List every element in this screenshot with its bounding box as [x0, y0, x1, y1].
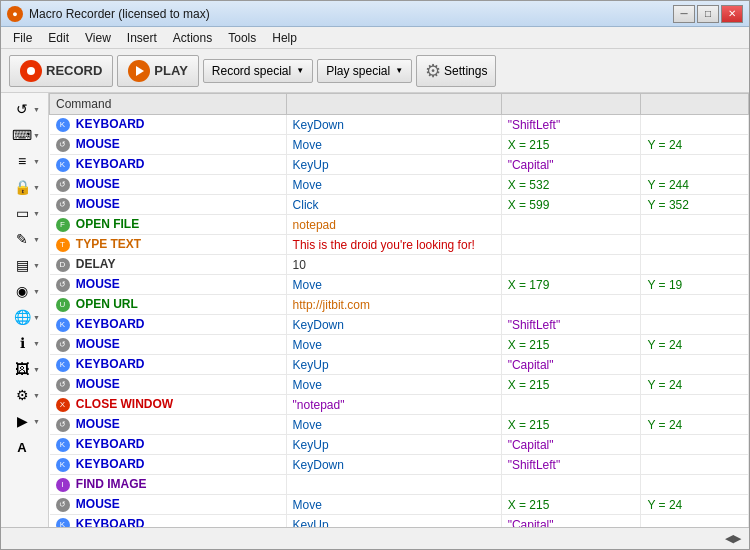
app-icon: ● — [7, 6, 23, 22]
sidebar-item-list[interactable]: ≡ ▼ — [3, 149, 41, 173]
col3-cell — [501, 235, 641, 255]
cmd-icon: K — [56, 318, 70, 332]
cmd-icon: T — [56, 238, 70, 252]
sidebar-item-lock[interactable]: 🔒 ▼ — [3, 175, 41, 199]
table-area[interactable]: Command K KEYBOARD KeyDown "ShiftLeft" ↺… — [49, 93, 749, 527]
settings-button[interactable]: ⚙ Settings — [416, 55, 496, 87]
col3-cell: "ShiftLeft" — [501, 315, 641, 335]
table-row[interactable]: ↺ MOUSE Click X = 599 Y = 352 — [50, 195, 749, 215]
status-bar: ◀▶ — [1, 527, 749, 549]
col4-cell: Y = 244 — [641, 175, 749, 195]
table-row[interactable]: K KEYBOARD KeyUp "Capital" — [50, 355, 749, 375]
main-content: ↺ ▼ ⌨ ▼ ≡ ▼ 🔒 ▼ ▭ ▼ ✎ ▼ — [1, 93, 749, 527]
sidebar-arrow-screen: ▼ — [33, 262, 40, 269]
cmd-icon: ↺ — [56, 278, 70, 292]
table-row[interactable]: D DELAY 10 — [50, 255, 749, 275]
sidebar-item-window[interactable]: ▭ ▼ — [3, 201, 41, 225]
menu-actions[interactable]: Actions — [165, 29, 220, 47]
close-button[interactable]: ✕ — [721, 5, 743, 23]
cmd-label: DELAY — [76, 257, 116, 271]
play-special-label: Play special — [326, 64, 390, 78]
play-special-button[interactable]: Play special ▼ — [317, 59, 412, 83]
cmd-cell: ↺ MOUSE — [50, 175, 287, 195]
col4-cell — [641, 115, 749, 135]
menu-view[interactable]: View — [77, 29, 119, 47]
sidebar-item-web[interactable]: 🌐 ▼ — [3, 305, 41, 329]
sidebar: ↺ ▼ ⌨ ▼ ≡ ▼ 🔒 ▼ ▭ ▼ ✎ ▼ — [1, 93, 49, 527]
col3-cell — [501, 475, 641, 495]
col3-cell: X = 215 — [501, 495, 641, 515]
cmd-label: MOUSE — [76, 377, 120, 391]
cmd-cell: K KEYBOARD — [50, 435, 287, 455]
cmd-icon: K — [56, 438, 70, 452]
cmd-icon: D — [56, 258, 70, 272]
record-button[interactable]: RECORD — [9, 55, 113, 87]
col3-cell — [501, 295, 641, 315]
sidebar-item-image[interactable]: 🖼 ▼ — [3, 357, 41, 381]
col2-cell: Move — [286, 415, 501, 435]
cmd-icon: ↺ — [56, 338, 70, 352]
col3-cell — [501, 395, 641, 415]
table-row[interactable]: ↺ MOUSE Move X = 215 Y = 24 — [50, 335, 749, 355]
menu-tools[interactable]: Tools — [220, 29, 264, 47]
maximize-button[interactable]: □ — [697, 5, 719, 23]
col2-cell: http://jitbit.com — [286, 295, 501, 315]
sidebar-item-keyboard[interactable]: ⌨ ▼ — [3, 123, 41, 147]
table-row[interactable]: T TYPE TEXT This is the droid you're loo… — [50, 235, 749, 255]
toolbar: RECORD PLAY Record special ▼ Play specia… — [1, 49, 749, 93]
cmd-cell: D DELAY — [50, 255, 287, 275]
sidebar-item-edit[interactable]: ✎ ▼ — [3, 227, 41, 251]
cmd-label: MOUSE — [76, 417, 120, 431]
cmd-icon: ↺ — [56, 178, 70, 192]
cmd-label: KEYBOARD — [76, 457, 145, 471]
play-triangle — [136, 66, 144, 76]
cmd-cell: ↺ MOUSE — [50, 335, 287, 355]
minimize-button[interactable]: ─ — [673, 5, 695, 23]
cmd-label: OPEN URL — [76, 297, 138, 311]
col4-cell — [641, 215, 749, 235]
sidebar-item-play[interactable]: ▶ ▼ — [3, 409, 41, 433]
sidebar-item-info[interactable]: ℹ ▼ — [3, 331, 41, 355]
menu-edit[interactable]: Edit — [40, 29, 77, 47]
col3-cell: X = 215 — [501, 415, 641, 435]
table-row[interactable]: X CLOSE WINDOW "notepad" — [50, 395, 749, 415]
table-row[interactable]: K KEYBOARD KeyUp "Capital" — [50, 435, 749, 455]
col4-cell: Y = 352 — [641, 195, 749, 215]
table-row[interactable]: ↺ MOUSE Move X = 215 Y = 24 — [50, 375, 749, 395]
sidebar-item-text[interactable]: A — [3, 435, 41, 459]
table-row[interactable]: ↺ MOUSE Move X = 215 Y = 24 — [50, 495, 749, 515]
table-row[interactable]: ↺ MOUSE Move X = 215 Y = 24 — [50, 415, 749, 435]
menu-help[interactable]: Help — [264, 29, 305, 47]
table-row[interactable]: F OPEN FILE notepad — [50, 215, 749, 235]
sidebar-arrow-keyboard: ▼ — [33, 132, 40, 139]
table-row[interactable]: U OPEN URL http://jitbit.com — [50, 295, 749, 315]
menu-insert[interactable]: Insert — [119, 29, 165, 47]
keyboard-icon: ⌨ — [12, 127, 32, 143]
sidebar-item-record[interactable]: ◉ ▼ — [3, 279, 41, 303]
col4-cell — [641, 435, 749, 455]
cmd-label: MOUSE — [76, 137, 120, 151]
title-bar: ● Macro Recorder (licensed to max) ─ □ ✕ — [1, 1, 749, 27]
sidebar-arrow-settings: ▼ — [33, 392, 40, 399]
settings-icon: ⚙ — [16, 387, 29, 403]
edit-icon: ✎ — [16, 231, 28, 247]
table-row[interactable]: K KEYBOARD KeyDown "ShiftLeft" — [50, 315, 749, 335]
sidebar-item-mouse[interactable]: ↺ ▼ — [3, 97, 41, 121]
col2-cell: Move — [286, 175, 501, 195]
record-special-button[interactable]: Record special ▼ — [203, 59, 313, 83]
table-row[interactable]: ↺ MOUSE Move X = 179 Y = 19 — [50, 275, 749, 295]
play-button[interactable]: PLAY — [117, 55, 198, 87]
table-row[interactable]: K KEYBOARD KeyDown "ShiftLeft" — [50, 115, 749, 135]
cmd-icon: ↺ — [56, 498, 70, 512]
table-row[interactable]: ↺ MOUSE Move X = 215 Y = 24 — [50, 135, 749, 155]
record-special-label: Record special — [212, 64, 291, 78]
sidebar-item-screen[interactable]: ▤ ▼ — [3, 253, 41, 277]
table-row[interactable]: K KEYBOARD KeyUp "Capital" — [50, 515, 749, 528]
record-icon — [20, 60, 42, 82]
table-row[interactable]: K KEYBOARD KeyUp "Capital" — [50, 155, 749, 175]
table-row[interactable]: ↺ MOUSE Move X = 532 Y = 244 — [50, 175, 749, 195]
table-row[interactable]: K KEYBOARD KeyDown "ShiftLeft" — [50, 455, 749, 475]
menu-file[interactable]: File — [5, 29, 40, 47]
table-row[interactable]: I FIND IMAGE — [50, 475, 749, 495]
sidebar-item-settings[interactable]: ⚙ ▼ — [3, 383, 41, 407]
